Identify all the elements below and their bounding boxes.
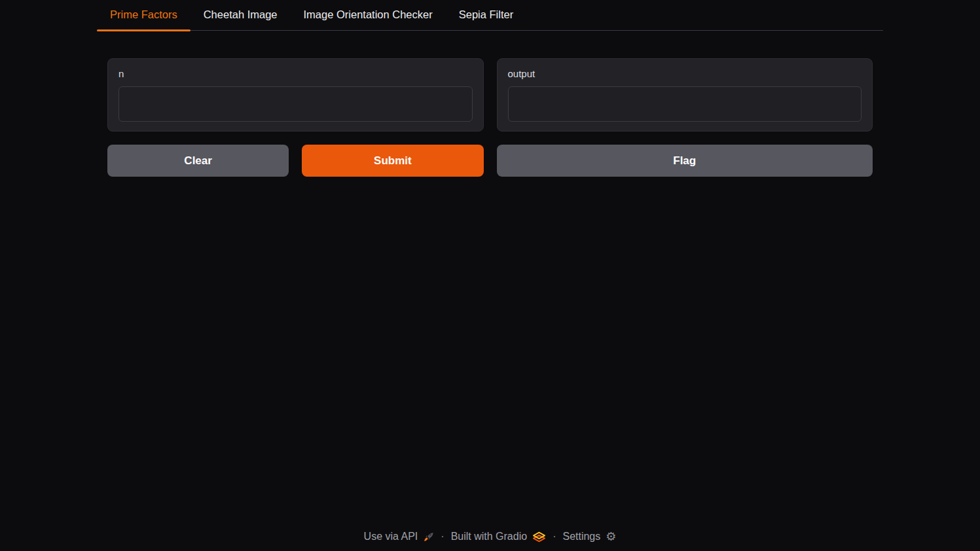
footer: Use via API · Built with Gradio [0,531,980,551]
tab-sepia-filter[interactable]: Sepia Filter [446,0,526,30]
gear-icon: ⚙ [606,531,616,542]
tab-prime-factors[interactable]: Prime Factors [97,0,191,30]
output-label: output [508,68,535,79]
input-label: n [118,68,124,79]
use-via-api-link[interactable]: Use via API [364,531,435,542]
gradio-logo-icon [532,531,546,542]
settings-link[interactable]: Settings ⚙ [562,531,616,542]
footer-separator: · [441,531,444,542]
tab-cheetah-image[interactable]: Cheetah Image [191,0,291,30]
output-block: output [497,58,873,132]
built-with-gradio-label: Built with Gradio [451,531,528,542]
flag-button[interactable]: Flag [497,145,873,177]
submit-button[interactable]: Submit [302,145,483,177]
input-actions-column: Clear Submit [107,145,484,177]
built-with-gradio-link[interactable]: Built with Gradio [451,531,547,542]
input-block: n [107,58,484,132]
clear-button[interactable]: Clear [107,145,289,177]
gradio-app: Prime Factors Cheetah Image Image Orient… [0,0,980,551]
rocket-icon [423,531,434,542]
settings-label: Settings [562,531,600,542]
tab-panel-prime-factors: n output Clear Submit Flag [97,31,883,177]
footer-separator-2: · [553,531,556,542]
n-textbox[interactable] [118,86,473,122]
tab-bar: Prime Factors Cheetah Image Image Orient… [97,0,883,31]
tab-image-orientation-checker[interactable]: Image Orientation Checker [291,0,446,30]
output-actions-column: Flag [497,145,873,177]
use-via-api-label: Use via API [364,531,418,542]
output-textbox[interactable] [508,86,862,122]
